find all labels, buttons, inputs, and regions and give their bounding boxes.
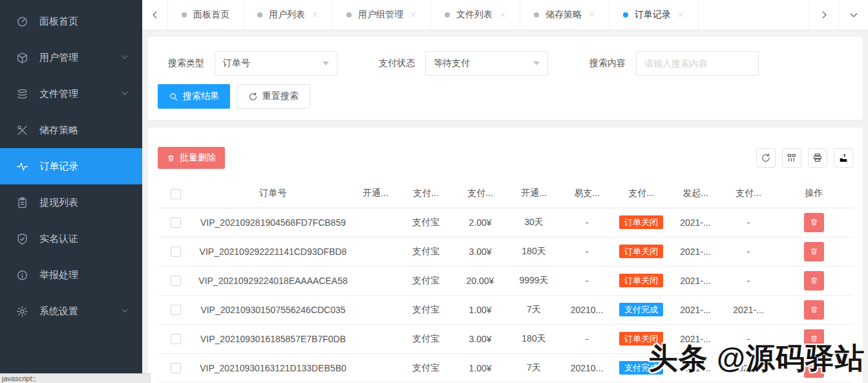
- tabs-scroll-right-button[interactable]: [809, 0, 838, 30]
- close-icon[interactable]: [588, 10, 595, 20]
- cell-checkbox: [158, 324, 194, 353]
- tab-label: 储存策略: [545, 9, 582, 21]
- tab-orders[interactable]: 订单记录: [609, 0, 699, 30]
- pay-status-select[interactable]: 等待支付: [425, 51, 548, 76]
- tab-storage-policy[interactable]: 储存策略: [520, 0, 609, 30]
- header-yipay-no: 易支...: [560, 180, 613, 208]
- sidebar-item-reports[interactable]: 举报处理: [0, 257, 142, 293]
- sidebar-item-files[interactable]: 文件管理: [0, 76, 142, 112]
- row-checkbox[interactable]: [171, 217, 181, 228]
- trash-icon: [810, 218, 818, 226]
- cell-open-duration: 180天: [507, 324, 560, 353]
- status-bar-link-hint: javascript:;: [0, 373, 151, 383]
- cell-actions: [775, 266, 853, 295]
- reset-search-button[interactable]: 重置搜索: [237, 84, 310, 109]
- table-row: VIP_202109292221141CD93DFBD8 支付宝 3.00¥ 1…: [158, 237, 853, 266]
- header-order-no: 订单号: [194, 180, 352, 208]
- cell-pay-method: 支付宝: [399, 353, 453, 382]
- watermark: 头条 @源码驿站: [649, 339, 865, 378]
- gear-icon: [16, 305, 28, 318]
- search-content-label: 搜索内容: [579, 58, 626, 69]
- print-button[interactable]: [808, 148, 827, 168]
- sidebar-item-users[interactable]: 用户管理: [0, 39, 142, 76]
- app: 面板首页 用户管理 文件管理 储存策略 订单记录 提现列表 实名认证: [0, 0, 868, 383]
- export-icon: [838, 153, 849, 163]
- cell-pay-amount: 3.00¥: [453, 324, 507, 353]
- row-checkbox[interactable]: [171, 276, 181, 286]
- tab-bar: 面板首页 用户列表 用户组管理 文件列表 储存策略: [142, 0, 868, 30]
- cell-order-no: VIP_202109281904568FD7FCB859: [194, 208, 352, 237]
- search-type-value: 订单号: [223, 58, 250, 69]
- cell-pay-time: -: [722, 266, 775, 295]
- trash-icon: [810, 276, 818, 285]
- search-input[interactable]: [636, 51, 759, 76]
- sidebar-item-settings[interactable]: 系统设置: [0, 293, 142, 329]
- search-type-item: 搜索类型 订单号: [158, 51, 337, 76]
- columns-icon: [787, 153, 797, 163]
- row-checkbox[interactable]: [171, 246, 181, 257]
- sidebar-item-storage-policy[interactable]: 储存策略: [0, 112, 142, 148]
- sidebar-item-label: 系统设置: [39, 305, 78, 318]
- cell-open-duration: 7天: [507, 353, 560, 382]
- tab-user-list[interactable]: 用户列表: [244, 0, 333, 30]
- cell-actions: [775, 208, 853, 237]
- row-checkbox[interactable]: [171, 334, 181, 344]
- chevron-down-icon: [120, 89, 129, 100]
- close-icon[interactable]: [312, 10, 319, 20]
- refresh-table-button[interactable]: [756, 148, 776, 168]
- reset-button-label: 重置搜索: [262, 91, 299, 102]
- cell-start-time: 2021-...: [669, 295, 722, 324]
- cell-pay-status: 订单关闭: [613, 208, 669, 237]
- cell-start-time: 2021-...: [669, 266, 722, 295]
- cell-checkbox: [158, 266, 194, 295]
- filter-columns-button[interactable]: [782, 148, 801, 168]
- cell-pay-status: 订单关闭: [613, 237, 669, 266]
- tab-dashboard[interactable]: 面板首页: [168, 0, 244, 30]
- export-button[interactable]: [834, 148, 853, 168]
- sidebar-item-orders[interactable]: 订单记录: [0, 148, 142, 184]
- delete-row-button[interactable]: [804, 242, 824, 261]
- batch-delete-button[interactable]: 批量删除: [158, 147, 225, 169]
- cell-pay-method: 支付宝: [399, 324, 453, 353]
- printer-icon: [812, 153, 823, 163]
- tab-user-groups[interactable]: 用户组管理: [333, 0, 431, 30]
- cell-pay-time: 2021-...: [722, 295, 775, 324]
- sidebar-item-dashboard[interactable]: 面板首页: [0, 3, 142, 39]
- table-row: VIP_202109301507556246CDC035 支付宝 1.00¥ 7…: [158, 295, 853, 324]
- search-type-select[interactable]: 订单号: [215, 51, 337, 76]
- select-all-checkbox[interactable]: [171, 189, 181, 199]
- cell-pay-status: 支付完成: [613, 295, 669, 324]
- header-pay-time: 支付...: [722, 180, 775, 208]
- search-form-row: 搜索类型 订单号 支付状态 等待支付 搜索内: [158, 51, 853, 76]
- delete-row-button[interactable]: [804, 300, 824, 320]
- delete-row-button[interactable]: [804, 271, 824, 290]
- table-toolbar: 批量删除: [158, 147, 853, 169]
- sidebar-item-realname[interactable]: 实名认证: [0, 221, 142, 257]
- close-icon[interactable]: [499, 10, 506, 20]
- close-icon[interactable]: [677, 10, 684, 20]
- tabs-scroll-left-button[interactable]: [142, 0, 168, 30]
- cell-pay-time: -: [722, 208, 775, 237]
- tab-dot-icon: [445, 12, 450, 17]
- tab-dot-icon: [623, 12, 628, 17]
- cell-checkbox: [158, 353, 194, 382]
- table-row: VIP_202109281904568FD7FCB859 支付宝 2.00¥ 3…: [158, 208, 853, 237]
- delete-row-button[interactable]: [804, 213, 824, 232]
- trash-icon: [810, 247, 818, 256]
- search-icon: [169, 92, 178, 102]
- header-start-time: 发起...: [669, 180, 722, 208]
- cell-pay-amount: 2.00¥: [453, 208, 507, 237]
- search-button[interactable]: 搜索结果: [158, 84, 230, 109]
- row-checkbox[interactable]: [171, 363, 181, 373]
- chevron-right-icon: [820, 10, 829, 19]
- cell-yipay-no: -: [560, 237, 613, 266]
- gauge-icon: [16, 16, 28, 28]
- row-checkbox[interactable]: [171, 305, 181, 315]
- tabs-menu-button[interactable]: [838, 0, 868, 30]
- tab-file-list[interactable]: 文件列表: [431, 0, 520, 30]
- sidebar-item-label: 举报处理: [39, 269, 78, 281]
- cell-open-type: [352, 208, 399, 237]
- close-icon[interactable]: [410, 10, 417, 20]
- header-pay-method: 支付...: [399, 180, 453, 208]
- sidebar-item-withdrawals[interactable]: 提现列表: [0, 184, 142, 221]
